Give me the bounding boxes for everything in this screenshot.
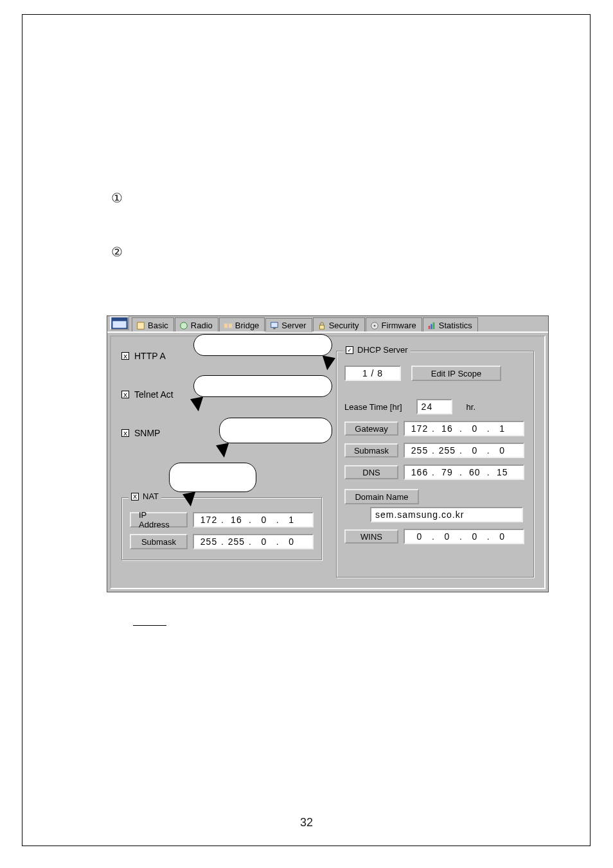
dhcp-label: DHCP Server <box>357 345 408 355</box>
svg-rect-4 <box>224 323 227 328</box>
tab-label: Basic <box>148 321 168 330</box>
underline-stub <box>133 625 166 626</box>
svg-point-3 <box>181 322 188 329</box>
nat-submask-label: Submask <box>130 534 188 549</box>
tab-label: Security <box>329 321 359 330</box>
page-number: 32 <box>0 816 613 829</box>
nat-ip-input[interactable]: 172. 16. 0. 1 <box>193 512 314 527</box>
svg-rect-13 <box>433 322 435 329</box>
lease-time-label: Lease Time [hr] <box>344 402 402 412</box>
wins-button[interactable]: WINS <box>344 529 398 544</box>
server-pane: HTTP A Telnet Act SNMP NAT <box>110 335 546 589</box>
tab-bridge[interactable]: Bridge <box>219 317 265 332</box>
http-checkbox[interactable] <box>121 352 129 360</box>
tab-label: Firmware <box>382 321 416 330</box>
svg-rect-1 <box>112 318 127 321</box>
lease-time-unit: hr. <box>466 402 475 412</box>
callout-1 <box>193 334 332 356</box>
marker-2: ② <box>111 244 123 260</box>
domain-name-input[interactable]: sem.samsung.co.kr <box>370 507 523 522</box>
tab-label: Statistics <box>439 321 472 330</box>
callout-4 <box>169 463 256 492</box>
svg-rect-2 <box>138 322 145 329</box>
tab-strip: Basic Radio Bridge Server Security Firmw… <box>107 316 548 333</box>
tab-radio[interactable]: Radio <box>175 317 218 332</box>
dhcp-scope-count: 1 / 8 <box>344 366 401 381</box>
dns-input[interactable]: 166. 79. 60. 15 <box>404 465 524 480</box>
telnet-checkbox[interactable] <box>121 391 129 398</box>
tab-firmware[interactable]: Firmware <box>366 317 422 332</box>
snmp-label: SNMP <box>134 428 160 438</box>
svg-rect-12 <box>431 324 432 329</box>
wins-input[interactable]: 0. 0. 0. 0 <box>404 529 524 544</box>
dns-button[interactable]: DNS <box>344 465 398 479</box>
svg-point-10 <box>373 324 375 326</box>
lease-time-input[interactable]: 24 <box>416 399 452 414</box>
svg-rect-6 <box>271 322 278 327</box>
nat-label: NAT <box>143 492 159 501</box>
edit-ip-scope-button[interactable]: Edit IP Scope <box>411 366 501 381</box>
gateway-input[interactable]: 172. 16. 0. 1 <box>404 421 524 436</box>
screenshot-server-tab: Basic Radio Bridge Server Security Firmw… <box>107 315 549 592</box>
http-label: HTTP A <box>134 351 166 361</box>
nat-ip-label: IP Address <box>130 512 188 527</box>
dhcp-group: DHCP Server 1 / 8 Edit IP Scope Lease Ti… <box>336 351 534 578</box>
nat-submask-input[interactable]: 255. 255. 0. 0 <box>193 534 314 549</box>
tab-server[interactable]: Server <box>265 318 312 332</box>
tab-statistics[interactable]: Statistics <box>423 317 478 332</box>
tab-security[interactable]: Security <box>313 317 365 332</box>
tab-basic[interactable]: Basic <box>132 317 174 332</box>
marker-1: ① <box>111 190 123 206</box>
nat-group: NAT IP Address 172. 16. 0. 1 Submask <box>121 497 322 560</box>
tab-label: Server <box>281 321 306 330</box>
nat-checkbox[interactable] <box>131 493 139 500</box>
callout-2 <box>193 375 332 397</box>
svg-rect-11 <box>429 326 431 329</box>
snmp-checkbox[interactable] <box>121 429 129 437</box>
svg-rect-7 <box>274 328 276 329</box>
callout-3 <box>219 418 332 443</box>
svg-rect-8 <box>319 325 324 329</box>
dhcp-submask-button[interactable]: Submask <box>344 443 398 457</box>
window-sysmenu-icon[interactable] <box>110 316 129 330</box>
dhcp-checkbox[interactable] <box>346 346 353 354</box>
tab-label: Bridge <box>235 321 260 330</box>
svg-rect-5 <box>229 323 232 328</box>
tab-label: Radio <box>191 321 213 330</box>
telnet-label: Telnet Act <box>134 389 173 400</box>
domain-name-label: Domain Name <box>344 489 419 504</box>
dhcp-submask-input[interactable]: 255. 255. 0. 0 <box>404 443 524 458</box>
gateway-button[interactable]: Gateway <box>344 421 398 436</box>
